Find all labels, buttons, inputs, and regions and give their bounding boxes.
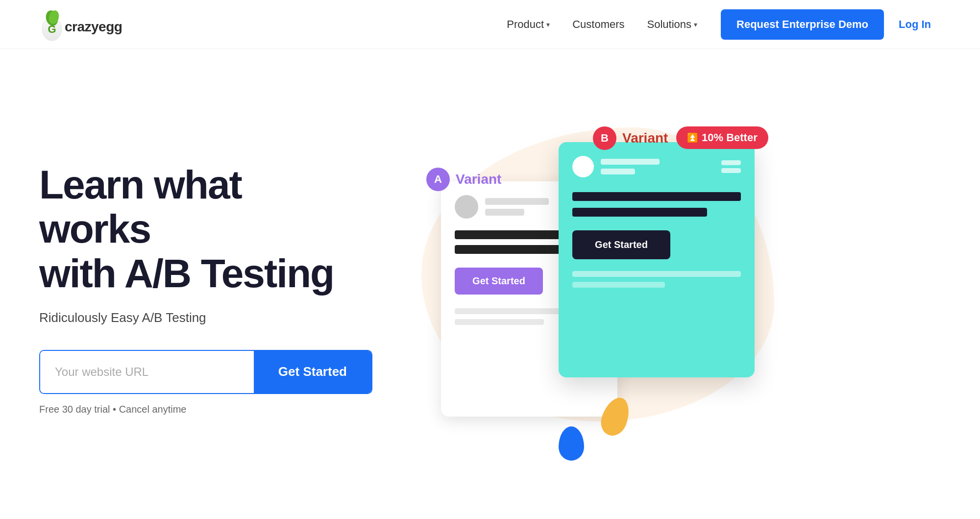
url-form: Get Started: [39, 350, 372, 394]
chevron-up-icon: ⏫: [687, 132, 698, 143]
hero-content: Learn what works with A/B Testing Ridicu…: [39, 163, 363, 415]
line: [601, 169, 635, 174]
card-b-footer: [572, 271, 741, 288]
better-badge: ⏫ 10% Better: [676, 126, 768, 149]
avatar: [455, 195, 478, 219]
nav-product[interactable]: Product ▾: [498, 13, 559, 36]
line: [572, 208, 707, 217]
header-lines: [601, 159, 721, 174]
line: [721, 160, 741, 165]
main-nav: Product ▾ Customers Solutions ▾ Request …: [498, 9, 941, 40]
variant-b-circle: B: [593, 126, 616, 150]
card-b-cta-button[interactable]: Get Started: [572, 230, 670, 259]
line: [485, 198, 549, 205]
header: G crazyegg Product ▾ Customers Solutions…: [0, 0, 980, 49]
nav-customers[interactable]: Customers: [564, 13, 633, 36]
logo-icon: G: [39, 7, 65, 42]
product-chevron-icon: ▾: [546, 21, 550, 28]
nav-solutions[interactable]: Solutions ▾: [638, 13, 707, 36]
variant-b-card: Get Started: [559, 142, 755, 377]
variant-a-badge: A Variant: [426, 168, 501, 191]
hero-headline: Learn what works with A/B Testing: [39, 163, 363, 296]
line: [455, 319, 544, 325]
logo[interactable]: G crazyegg: [39, 7, 122, 42]
line: [572, 271, 741, 277]
line: [485, 209, 524, 216]
logo-text: crazyegg: [65, 19, 122, 35]
card-b-header: [572, 156, 741, 177]
line: [721, 168, 741, 173]
demo-button[interactable]: Request Enterprise Demo: [721, 9, 884, 40]
variant-a-label: Variant: [456, 172, 501, 187]
line: [572, 192, 741, 201]
hero-section: Learn what works with A/B Testing Ridicu…: [0, 49, 980, 519]
login-button[interactable]: Log In: [889, 9, 941, 40]
variant-b-badge: B Variant: [593, 126, 668, 150]
url-input[interactable]: [40, 351, 254, 393]
corner-lines: [721, 160, 741, 173]
hero-illustration: A Variant Get Started: [392, 103, 941, 475]
hero-subtext: Ridiculously Easy A/B Testing: [39, 310, 363, 325]
get-started-button[interactable]: Get Started: [254, 351, 371, 393]
card-b-body: [572, 192, 741, 217]
line: [572, 282, 665, 288]
trial-text: Free 30 day trial • Cancel anytime: [39, 404, 363, 415]
variant-b-label: Variant: [622, 130, 668, 146]
svg-text:G: G: [48, 23, 56, 35]
avatar: [572, 156, 594, 177]
variant-a-circle: A: [426, 168, 450, 191]
solutions-chevron-icon: ▾: [694, 21, 697, 28]
line: [601, 159, 660, 165]
line: [455, 245, 566, 254]
card-a-cta-button[interactable]: Get Started: [455, 268, 543, 295]
water-drop-blue: [559, 426, 584, 461]
